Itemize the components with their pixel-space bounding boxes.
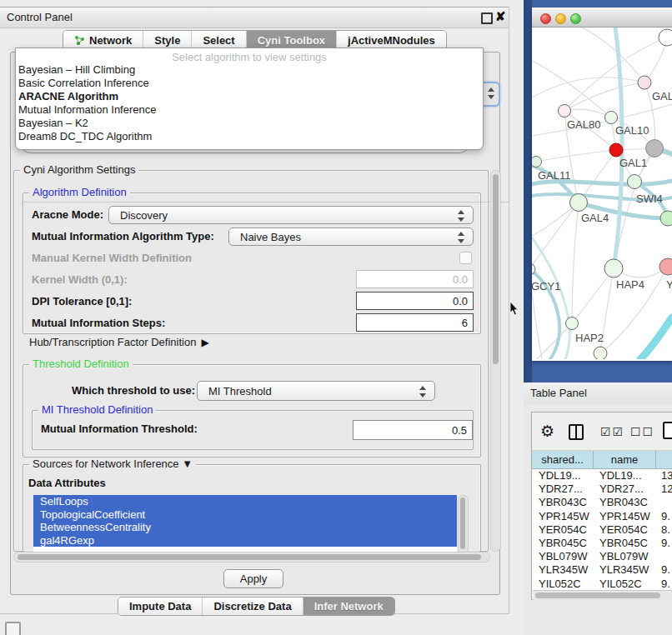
algorithm-option[interactable]: Basic Correlation Inference: [16, 77, 483, 90]
threshold-definition-title: Threshold Definition: [29, 358, 133, 370]
node-gal10[interactable]: [605, 112, 618, 124]
table-cell: 12: [656, 482, 672, 496]
document-icon[interactable]: [663, 422, 672, 439]
aracne-mode-combo[interactable]: Discovery: [108, 206, 474, 224]
algorithm-option[interactable]: ARACNE Algorithm: [16, 90, 483, 103]
mi-steps-field[interactable]: 6: [356, 313, 474, 332]
node-gal80[interactable]: [559, 105, 571, 118]
attribute-item[interactable]: SelfLoops: [33, 495, 457, 508]
node-gal11[interactable]: [532, 157, 542, 168]
chevron-down-icon: ▼: [182, 458, 193, 470]
attribute-item[interactable]: BetweennessCentrality: [33, 521, 457, 534]
table-row[interactable]: YLR345WYLR345W9.: [532, 563, 672, 577]
table-row[interactable]: YBR043CYBR043C: [532, 496, 672, 509]
algorithm-option[interactable]: Bayesian – K2: [16, 117, 483, 130]
node-salmon[interactable]: [659, 258, 672, 275]
select-all-columns-icon[interactable]: ☑☑: [600, 425, 624, 438]
algorithm-option[interactable]: Dream8 DC_TDC Algorithm: [16, 130, 483, 143]
kernel-width-field[interactable]: 0.0: [356, 270, 474, 288]
network-edge[interactable]: [564, 82, 644, 111]
table-cell: YBR043C: [594, 496, 656, 509]
node-gray[interactable]: [646, 140, 664, 158]
mouse-cursor: [509, 302, 519, 317]
table-row[interactable]: YER054CYER054C8.: [532, 523, 672, 537]
network-edge[interactable]: [532, 238, 569, 359]
tab-discretize-data[interactable]: Discretize Data: [203, 598, 303, 615]
node-right-green[interactable]: [660, 211, 672, 226]
network-edge[interactable]: [532, 104, 672, 136]
table-cell: YDL19...: [594, 469, 656, 482]
deselect-all-columns-icon[interactable]: ☐☐: [630, 425, 654, 438]
table-cell: YPR145W: [532, 510, 594, 523]
mi-threshold-field[interactable]: 0.5: [353, 420, 473, 440]
column-header[interactable]: shared...: [532, 451, 594, 468]
gear-icon[interactable]: ⚙: [540, 422, 554, 441]
grid-corner-icon[interactable]: [5, 622, 21, 635]
manual-kernel-checkbox[interactable]: [459, 252, 472, 264]
table-row[interactable]: YDR27...YDR27...12: [532, 482, 672, 496]
network-edge[interactable]: [572, 202, 579, 323]
mi-algorithm-type-combo[interactable]: Naive Bayes: [228, 228, 474, 246]
table-hscrollbar[interactable]: [533, 590, 672, 600]
tab-infer-network[interactable]: Infer Network: [303, 598, 394, 615]
spinner-arrows-icon: [419, 386, 427, 398]
table-row[interactable]: YBR045CYBR045C9.: [532, 537, 672, 550]
apply-button[interactable]: Apply: [223, 569, 283, 588]
zoom-traffic-light-icon[interactable]: [570, 13, 581, 24]
node-bottom-green[interactable]: [594, 347, 607, 359]
dropdown-placeholder: Select algorithm to view settings: [16, 48, 483, 63]
node-gal-top[interactable]: [638, 76, 651, 89]
network-edge[interactable]: [532, 61, 611, 118]
table-row[interactable]: YPR145WYPR145W9.: [532, 510, 672, 523]
table-cell: YIL052C: [594, 578, 656, 591]
table-cell: 8.: [656, 523, 672, 537]
minimize-traffic-light-icon[interactable]: [555, 13, 566, 24]
table-cell: 9.: [656, 563, 672, 577]
table-cell: [656, 550, 672, 563]
attribute-item[interactable]: gal4RGexp: [33, 534, 457, 548]
manual-kernel-label: Manual Kernel Width Definition: [32, 252, 192, 264]
which-threshold-combo[interactable]: MI Threshold: [197, 381, 435, 401]
tab-impute-data[interactable]: Impute Data: [118, 598, 203, 615]
network-edge[interactable]: [532, 202, 579, 269]
table-cell: YDL19...: [532, 469, 594, 482]
column-header[interactable]: [656, 451, 672, 468]
table-row[interactable]: YDL19...YDL19...13: [532, 469, 672, 482]
sources-group-title[interactable]: Sources for Network Inference ▼: [29, 458, 196, 470]
node-gal4[interactable]: [570, 194, 588, 212]
table-row[interactable]: YBL079WYBL079W: [532, 550, 672, 563]
node-hap4[interactable]: [604, 259, 623, 278]
algorithm-option[interactable]: Mutual Information Inference: [16, 103, 483, 117]
node-table: ⚙ ☑☑ ☐☐ shared...name YDL19...YDL19...13…: [531, 412, 672, 600]
aracne-mode-label: Aracne Mode:: [32, 208, 103, 221]
network-edge[interactable]: [582, 28, 644, 82]
node-label: GAL11: [538, 169, 571, 182]
network-canvas[interactable]: GALGAL80GAL10GAL1GAL11SWI4GAL4GCY1HAP4YH…: [532, 28, 672, 359]
node-top-arc[interactable]: [659, 29, 672, 46]
close-traffic-light-icon[interactable]: [540, 13, 551, 24]
algorithm-option[interactable]: Bayesian – Hill Climbing: [16, 63, 483, 77]
node-label: HAP2: [575, 332, 604, 344]
settings-vscrollbar[interactable]: [490, 170, 501, 552]
hub-definition-toggle[interactable]: Hub/Transcription Factor Definition▶: [29, 336, 209, 348]
table-cell: YDR27...: [594, 482, 656, 496]
control-panel-window: Control Panel ✘ NetworkStyleSelectCyni T…: [0, 7, 509, 614]
network-edge[interactable]: [536, 150, 616, 162]
dpi-tolerance-field[interactable]: 0.0: [356, 292, 474, 310]
close-icon[interactable]: ✘: [495, 9, 506, 24]
node-hap2[interactable]: [566, 318, 579, 330]
float-window-icon[interactable]: [481, 12, 493, 24]
column-header[interactable]: name: [594, 451, 656, 468]
network-edge[interactable]: [572, 268, 614, 323]
attribute-item[interactable]: TopologicalCoefficient: [33, 508, 457, 522]
node-red[interactable]: [609, 143, 623, 157]
table-cell: YPR145W: [594, 510, 656, 523]
settings-hscrollbar[interactable]: [13, 552, 490, 562]
attributes-scrollbar[interactable]: [458, 495, 469, 553]
columns-icon[interactable]: [569, 424, 584, 440]
settings-group-title: Cyni Algorithm Settings: [20, 163, 138, 176]
which-threshold-label: Which threshold to use:: [72, 384, 195, 397]
node-swi4[interactable]: [628, 175, 642, 189]
network-edge[interactable]: [640, 318, 672, 359]
table-row[interactable]: YIL052CYIL052C9.: [532, 578, 672, 591]
